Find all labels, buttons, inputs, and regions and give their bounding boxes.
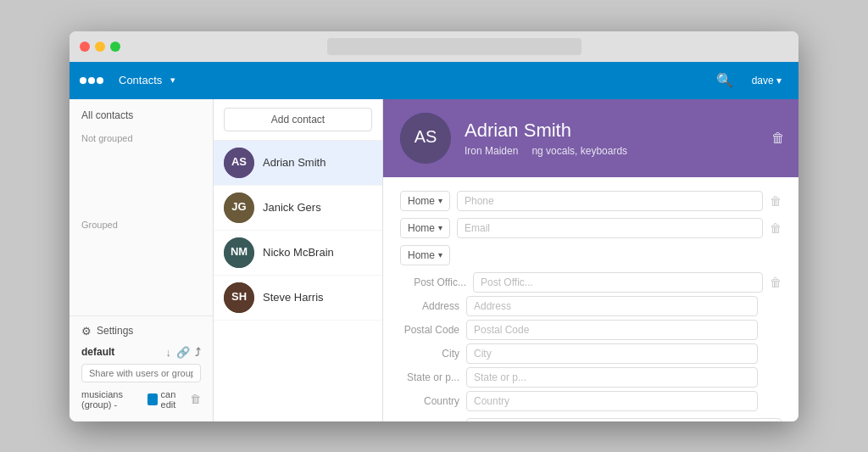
phone-input[interactable]: [457, 191, 763, 211]
group-delete-icon[interactable]: 🗑: [190, 393, 201, 405]
postal-code-label: Postal Code: [400, 324, 459, 336]
groups-input[interactable]: [466, 418, 782, 421]
address-chevron-icon: ▾: [438, 250, 442, 259]
share-input[interactable]: [81, 364, 201, 382]
contact-list: AS Adrian Smith JG Janick Gers NM Nicko …: [214, 141, 382, 421]
city-input[interactable]: [466, 343, 758, 364]
group-badge: [147, 393, 157, 405]
sidebar-label-grouped: Grouped: [70, 215, 213, 233]
phone-delete-icon[interactable]: 🗑: [770, 194, 782, 208]
address-type-label: Home: [408, 249, 435, 261]
close-button[interactable]: [80, 42, 90, 52]
postal-code-input[interactable]: [466, 320, 758, 340]
contact-list-header: Add contact: [214, 99, 382, 141]
address-block: Home ▾ Post Offic... 🗑 Address: [400, 245, 782, 411]
state-label: State or p...: [400, 371, 459, 383]
email-type-label: Home: [408, 222, 435, 234]
contact-name-janick: Janick Gers: [263, 201, 321, 214]
sidebar: All contacts Not grouped Grouped ⚙ Setti…: [70, 99, 214, 421]
logo: [80, 77, 103, 84]
titlebar-url: [120, 38, 788, 55]
default-label: default: [81, 346, 114, 358]
contact-item-janick[interactable]: JG Janick Gers: [214, 186, 382, 231]
post-office-input[interactable]: [473, 272, 763, 293]
phone-type-label: Home: [408, 195, 435, 207]
group-permission: can edit: [161, 389, 186, 410]
app-name[interactable]: Contacts: [119, 74, 162, 86]
post-office-delete-icon[interactable]: 🗑: [770, 276, 782, 289]
contact-header-info: Adrian Smith Iron Maiden ng vocals, keyb…: [465, 120, 782, 157]
avatar-nicko: NM: [224, 237, 254, 268]
contact-header-name: Adrian Smith: [465, 120, 782, 142]
phone-chevron-icon: ▾: [438, 196, 442, 205]
post-office-row: Post Offic... 🗑: [400, 272, 782, 293]
contact-name-steve: Steve Harris: [263, 291, 324, 304]
email-type-select[interactable]: Home ▾: [400, 218, 450, 238]
link-icon[interactable]: 🔗: [176, 346, 190, 359]
detail-panel: AS Adrian Smith Iron Maiden ng vocals, k…: [383, 99, 798, 421]
group-item-label: musicians (group) -: [81, 389, 144, 410]
url-bar[interactable]: [327, 38, 581, 55]
download-icon[interactable]: ↓: [166, 346, 172, 359]
address-type-row: Home ▾: [400, 245, 782, 265]
app-dropdown-icon[interactable]: ▾: [170, 75, 175, 86]
contact-band: Iron Maiden: [465, 145, 518, 157]
group-item-musicians: musicians (group) - can edit 🗑: [81, 389, 201, 410]
contact-name-adrian: Adrian Smith: [263, 156, 326, 169]
address-input[interactable]: [466, 296, 758, 316]
gear-icon: ⚙: [81, 325, 92, 338]
settings-item[interactable]: ⚙ Settings: [81, 325, 201, 338]
sidebar-label-not-grouped: Not grouped: [70, 128, 213, 147]
share-icon[interactable]: ⤴: [195, 346, 201, 359]
contact-name-nicko: Nicko McBrain: [263, 246, 334, 259]
contact-list-panel: Add contact AS Adrian Smith JG Janick Ge…: [214, 99, 383, 421]
city-row: City: [400, 343, 782, 364]
titlebar: [70, 31, 798, 62]
contact-header-sub: Iron Maiden ng vocals, keyboards: [465, 145, 782, 157]
contact-header-delete-icon[interactable]: 🗑: [771, 131, 785, 146]
address-type-select[interactable]: Home ▾: [400, 245, 450, 265]
svg-text:NM: NM: [231, 245, 248, 258]
email-input[interactable]: [457, 218, 763, 238]
email-chevron-icon: ▾: [438, 223, 442, 232]
contact-form: Home ▾ 🗑 Home ▾ 🗑: [383, 177, 798, 421]
post-office-label: Post Offic...: [400, 276, 466, 288]
logo-circle-1: [80, 77, 86, 84]
state-input[interactable]: [466, 367, 758, 388]
contact-item-adrian[interactable]: AS Adrian Smith: [214, 141, 382, 186]
logo-icon: [80, 77, 103, 84]
avatar-janick: JG: [224, 193, 254, 223]
logo-circle-2: [88, 77, 95, 84]
app-window: Contacts ▾ 🔍 dave ▾ All contacts Not gro…: [70, 31, 798, 421]
email-row: Home ▾ 🗑: [400, 218, 782, 238]
email-delete-icon[interactable]: 🗑: [770, 221, 782, 235]
svg-text:AS: AS: [415, 127, 437, 146]
country-input[interactable]: [466, 391, 758, 411]
default-icons: ↓ 🔗 ⤴: [166, 346, 202, 359]
add-contact-button[interactable]: Add contact: [224, 108, 372, 131]
svg-text:SH: SH: [231, 290, 247, 303]
contact-item-steve[interactable]: SH Steve Harris: [214, 276, 382, 321]
contact-header-avatar: AS: [400, 113, 451, 164]
minimize-button[interactable]: [95, 42, 105, 52]
default-addressbook: default ↓ 🔗 ⤴: [81, 346, 201, 359]
postal-code-row: Postal Code: [400, 320, 782, 340]
contact-header: AS Adrian Smith Iron Maiden ng vocals, k…: [383, 99, 798, 177]
main-content: All contacts Not grouped Grouped ⚙ Setti…: [70, 99, 798, 421]
phone-row: Home ▾ 🗑: [400, 191, 782, 211]
country-label: Country: [400, 395, 459, 407]
groups-row: Groups: [400, 418, 782, 421]
svg-text:AS: AS: [231, 155, 247, 168]
address-label: Address: [400, 300, 459, 312]
address-row: Address: [400, 296, 782, 316]
phone-type-select[interactable]: Home ▾: [400, 191, 450, 211]
search-icon[interactable]: 🔍: [713, 69, 737, 92]
country-row: Country: [400, 391, 782, 411]
sidebar-item-all-contacts[interactable]: All contacts: [70, 99, 213, 128]
maximize-button[interactable]: [110, 42, 120, 52]
contact-item-nicko[interactable]: NM Nicko McBrain: [214, 231, 382, 276]
avatar-adrian: AS: [224, 148, 254, 178]
contact-instruments: ng vocals, keyboards: [531, 145, 627, 157]
sidebar-bottom: ⚙ Settings default ↓ 🔗 ⤴ musicians (grou…: [70, 315, 213, 421]
user-menu[interactable]: dave ▾: [745, 71, 788, 90]
